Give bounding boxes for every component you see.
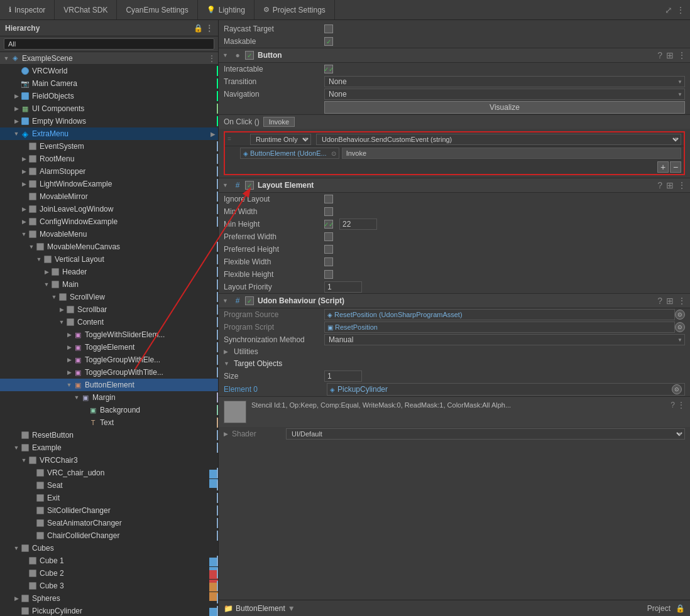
tree-item-header[interactable]: ▶ Header	[0, 266, 218, 278]
tree-item-background[interactable]: ▣ Background	[0, 404, 218, 416]
tree-item-lightwindow[interactable]: ▶ LightWindowExample	[0, 178, 218, 190]
tree-item-fieldobjects[interactable]: ▶ FieldObjects	[0, 90, 218, 102]
tree-item-example[interactable]: ▼ Example	[0, 441, 218, 454]
tree-item-pickupcylinder[interactable]: PickupCylinder	[0, 605, 218, 616]
tree-item-configwindow[interactable]: ▶ ConfigWindowExample	[0, 215, 218, 228]
udon-menu-icon[interactable]: ⋮	[677, 296, 686, 306]
tree-item-vrcchair3[interactable]: ▼ VRCChair3	[0, 454, 218, 467]
runtime-dropdown[interactable]: Runtime Only	[250, 134, 311, 145]
tree-item-alarmstopper[interactable]: ▶ AlarmStopper	[0, 165, 218, 178]
preferred-height-checkbox[interactable]	[324, 245, 333, 254]
program-script-select[interactable]: ⊙	[675, 322, 685, 332]
scene-root[interactable]: ▼ ◈ ExampleScene ⋮	[0, 52, 218, 65]
button-layout-icon[interactable]: ⊞	[666, 50, 674, 60]
tree-item-vrcworld[interactable]: VRCWorld	[0, 65, 218, 77]
tree-item-margin[interactable]: ▼ ▣ Margin	[0, 391, 218, 404]
tree-item-toggleslider[interactable]: ▶ ▣ ToggleWithSliderElem...	[0, 328, 218, 341]
size-field[interactable]	[324, 370, 362, 382]
tree-item-empty-windows[interactable]: ▶ Empty Windows	[0, 115, 218, 127]
min-width-checkbox[interactable]	[324, 207, 333, 216]
flexible-width-checkbox[interactable]	[324, 257, 333, 266]
tree-item-seat[interactable]: Seat	[0, 479, 218, 492]
visualize-button[interactable]: Visualize	[324, 101, 685, 114]
tree-item-joinleave[interactable]: ▶ JoinLeaveLogWindow	[0, 203, 218, 215]
bottom-element-label[interactable]: 📁 ButtonElement ▼	[224, 604, 295, 613]
button-section-header[interactable]: ▼ ● ✓ Button ? ⊞ ⋮	[219, 48, 690, 63]
min-height-field[interactable]	[339, 219, 377, 230]
button-menu-icon[interactable]: ⋮	[677, 50, 686, 60]
tree-item-extramenu[interactable]: ▼ ◈ ExtraMenu ▶	[0, 127, 218, 140]
flexible-height-checkbox[interactable]	[324, 270, 333, 279]
tree-item-cube3[interactable]: Cube 3	[0, 580, 218, 592]
tree-item-seatanimator[interactable]: SeatAnimatorChanger	[0, 517, 218, 529]
bottom-lock-icon[interactable]: 🔒	[676, 604, 685, 613]
udon-enabled-checkbox[interactable]: ✓	[245, 296, 254, 305]
layout-section-header[interactable]: ▼ # ✓ Layout Element ? ⊞ ⋮	[219, 178, 690, 193]
shader-expand-arrow[interactable]: ▶	[224, 431, 228, 437]
tree-item-text[interactable]: T Text	[0, 416, 218, 429]
tree-item-cube1[interactable]: Cube 1	[0, 554, 218, 567]
menu-icon[interactable]: ⋮	[676, 5, 685, 15]
navigation-dropdown[interactable]: None	[324, 89, 685, 100]
layout-enabled-checkbox[interactable]: ✓	[245, 181, 254, 190]
layout-menu-icon[interactable]: ⋮	[677, 180, 686, 190]
maskable-checkbox[interactable]	[324, 37, 333, 46]
tree-item-eventsystem[interactable]: EventSystem	[0, 140, 218, 153]
tree-item-movablemenu[interactable]: ▼ MovableMenu	[0, 228, 218, 240]
event-invoke-field[interactable]	[342, 148, 681, 159]
tree-item-cube2[interactable]: Cube 2	[0, 567, 218, 580]
layout-help-icon[interactable]: ?	[657, 180, 662, 190]
interactable-checkbox[interactable]: ✓	[324, 65, 333, 73]
sync-method-dropdown[interactable]: Manual	[324, 334, 685, 345]
raycast-checkbox[interactable]	[324, 24, 333, 33]
tree-item-togglegroupele[interactable]: ▶ ▣ ToggleGroupWithEle...	[0, 354, 218, 366]
tree-item-rootmenu[interactable]: ▶ RootMenu	[0, 153, 218, 165]
button-enabled-checkbox[interactable]: ✓	[245, 51, 254, 60]
add-event-button[interactable]: +	[657, 161, 669, 173]
tree-item-chaircollider[interactable]: ChairColliderChanger	[0, 529, 218, 542]
tree-item-spheres[interactable]: ▶ Spheres	[0, 592, 218, 605]
event-obj[interactable]: ◈ ButtonElement (UdonE... ⊙	[240, 148, 339, 159]
element0-field[interactable]: ◈ PickupCylinder ⊙	[327, 383, 685, 396]
tree-item-main[interactable]: ▼ Main	[0, 278, 218, 291]
tree-item-content[interactable]: ▼ Content	[0, 316, 218, 328]
preferred-width-checkbox[interactable]	[324, 232, 333, 241]
tree-item-movablemenucanvas[interactable]: ▼ MovableMenuCanvas	[0, 240, 218, 253]
udon-section-header[interactable]: ▼ # ✓ Udon Behaviour (Script) ? ⊞ ⋮	[219, 293, 690, 308]
layout-priority-field[interactable]	[324, 281, 362, 293]
maximize-icon[interactable]: ⤢	[665, 5, 672, 15]
hierarchy-menu-icon[interactable]: ⋮	[205, 24, 213, 33]
tree-item-exit[interactable]: Exit	[0, 492, 218, 504]
layout-layout-icon[interactable]: ⊞	[666, 180, 674, 190]
button-help-icon[interactable]: ?	[657, 50, 662, 60]
transition-dropdown[interactable]: None	[324, 76, 685, 87]
tree-item-resetbutton[interactable]: ResetButton	[0, 429, 218, 441]
tree-item-togglegrouptitleele[interactable]: ▶ ▣ ToggleGroupWithTitle...	[0, 366, 218, 379]
tree-item-vertical-layout[interactable]: ▼ Vertical Layout	[0, 253, 218, 266]
tree-item-cubes[interactable]: ▼ Cubes	[0, 542, 218, 554]
tab-lighting[interactable]: 💡 Lighting	[198, 0, 255, 19]
tree-item-sitcollider[interactable]: SitColliderChanger	[0, 504, 218, 517]
tab-cyanemu[interactable]: CyanEmu Settings	[117, 0, 197, 19]
tree-item-toggleelement[interactable]: ▶ ▣ ToggleElement	[0, 341, 218, 354]
stencil-help-icon[interactable]: ?	[671, 401, 675, 409]
tab-vrchat-sdk[interactable]: VRChat SDK	[55, 0, 117, 19]
tree-item-scrollbar[interactable]: ▶ Scrollbar	[0, 303, 218, 316]
stencil-menu-icon[interactable]: ⋮	[677, 401, 685, 409]
hierarchy-search-input[interactable]	[4, 38, 214, 50]
udon-layout-icon[interactable]: ⊞	[666, 296, 674, 306]
program-script-field[interactable]: ▣ ResetPosition	[324, 322, 675, 333]
program-source-select[interactable]: ⊙	[675, 310, 685, 320]
event-func-dropdown[interactable]: UdonBehaviour.SendCustomEvent (string)	[316, 134, 681, 145]
tree-item-ui-components[interactable]: ▶ ▦ UI Components	[0, 102, 218, 115]
tab-project-settings[interactable]: ⚙ Project Settings	[255, 0, 335, 19]
invoke-badge[interactable]: Invoke	[263, 117, 295, 127]
ignore-layout-checkbox[interactable]	[324, 195, 333, 203]
tree-item-movablemirror[interactable]: MovableMirror	[0, 190, 218, 203]
element0-select[interactable]: ⊙	[672, 384, 682, 394]
tree-item-main-camera[interactable]: 📷 Main Camera	[0, 77, 218, 90]
tree-item-vrc-chair-udon[interactable]: VRC_chair_udon	[0, 467, 218, 479]
program-source-field[interactable]: ◈ ResetPosition (UdonSharpProgramAsset)	[324, 309, 675, 320]
udon-help-icon[interactable]: ?	[657, 296, 662, 306]
shader-dropdown[interactable]: UI/Default	[286, 428, 685, 440]
